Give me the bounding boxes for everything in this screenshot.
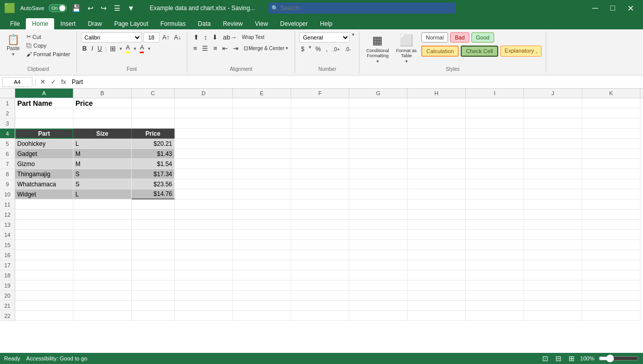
cell-g18[interactable] xyxy=(349,270,408,280)
zoom-slider[interactable] xyxy=(598,354,639,362)
cell-i15[interactable] xyxy=(466,240,524,250)
cell-h6[interactable] xyxy=(408,149,466,159)
cell-j2[interactable] xyxy=(524,108,582,118)
cell-h10[interactable] xyxy=(408,189,466,199)
cell-k19[interactable] xyxy=(582,280,640,291)
comma-button[interactable]: , xyxy=(325,45,329,53)
col-header-g[interactable]: G xyxy=(349,89,408,98)
tab-draw[interactable]: Draw xyxy=(82,18,108,29)
cell-e15[interactable] xyxy=(233,240,291,250)
cell-e8[interactable] xyxy=(233,169,291,179)
tab-review[interactable]: Review xyxy=(217,18,249,29)
copy-button[interactable]: ⿻ Copy xyxy=(24,42,72,50)
cell-c21[interactable] xyxy=(132,301,175,311)
cell-c19[interactable] xyxy=(132,280,175,291)
cell-c13[interactable] xyxy=(132,220,175,230)
align-center-button[interactable]: ☰ xyxy=(200,44,210,53)
cell-h21[interactable] xyxy=(408,301,466,311)
cell-e9[interactable] xyxy=(233,179,291,189)
col-header-i[interactable]: I xyxy=(466,89,524,98)
cell-k11[interactable] xyxy=(582,199,640,210)
save-icon[interactable]: 💾 xyxy=(70,3,83,13)
cell-g9[interactable] xyxy=(349,179,408,189)
cell-a1[interactable]: Part Name xyxy=(15,98,73,108)
cell-f7[interactable] xyxy=(291,159,349,169)
cell-j22[interactable] xyxy=(524,311,582,321)
cell-k22[interactable] xyxy=(582,311,640,321)
cell-g10[interactable] xyxy=(349,189,408,199)
cell-g16[interactable] xyxy=(349,250,408,260)
cell-c11[interactable] xyxy=(132,199,175,210)
cell-h12[interactable] xyxy=(408,210,466,220)
align-left-button[interactable]: ≡ xyxy=(191,44,199,53)
cell-j11[interactable] xyxy=(524,199,582,210)
cell-a11[interactable] xyxy=(15,199,73,210)
style-check-cell-button[interactable]: Check Cell xyxy=(461,46,498,57)
maximize-button[interactable]: □ xyxy=(605,4,620,13)
cell-a7[interactable]: Gizmo xyxy=(15,159,73,169)
cell-e20[interactable] xyxy=(233,291,291,301)
cell-d21[interactable] xyxy=(175,301,233,311)
col-header-c[interactable]: C xyxy=(132,89,175,98)
cell-j15[interactable] xyxy=(524,240,582,250)
cell-g11[interactable] xyxy=(349,199,408,210)
cell-d6[interactable] xyxy=(175,149,233,159)
cell-k3[interactable] xyxy=(582,118,640,129)
view-break-button[interactable]: ⊞ xyxy=(567,354,576,362)
cell-g8[interactable] xyxy=(349,169,408,179)
cell-i17[interactable] xyxy=(466,260,524,270)
wrap-text-button[interactable]: Wrap Text xyxy=(240,32,267,42)
cell-d5[interactable] xyxy=(175,139,233,149)
cell-a4[interactable]: Part xyxy=(15,129,73,139)
cell-j20[interactable] xyxy=(524,291,582,301)
cell-b11[interactable] xyxy=(73,199,132,210)
cell-k9[interactable] xyxy=(582,179,640,189)
cell-f19[interactable] xyxy=(291,280,349,291)
cell-d1[interactable] xyxy=(175,98,233,108)
cell-b3[interactable] xyxy=(73,118,132,129)
cell-i18[interactable] xyxy=(466,270,524,280)
cell-d7[interactable] xyxy=(175,159,233,169)
cell-k13[interactable] xyxy=(582,220,640,230)
cell-k20[interactable] xyxy=(582,291,640,301)
text-orientation-button[interactable]: ab→ xyxy=(221,32,238,42)
cell-f15[interactable] xyxy=(291,240,349,250)
cancel-formula-button[interactable]: ✕ xyxy=(38,77,47,86)
italic-button[interactable]: I xyxy=(90,45,94,53)
increase-font-button[interactable]: A↑ xyxy=(161,33,171,42)
cell-i4[interactable] xyxy=(466,129,524,139)
cell-f22[interactable] xyxy=(291,311,349,321)
cell-k8[interactable] xyxy=(582,169,640,179)
cell-e13[interactable] xyxy=(233,220,291,230)
tab-file[interactable]: File xyxy=(4,18,26,29)
cell-a3[interactable] xyxy=(15,118,73,129)
align-top-button[interactable]: ⬆ xyxy=(191,32,201,42)
view-normal-button[interactable]: ⊡ xyxy=(541,354,550,362)
cell-d15[interactable] xyxy=(175,240,233,250)
cell-g2[interactable] xyxy=(349,108,408,118)
conditional-formatting-button[interactable]: ▦ ConditionalFormatting ▼ xyxy=(364,32,391,65)
cell-h9[interactable] xyxy=(408,179,466,189)
cell-h15[interactable] xyxy=(408,240,466,250)
cell-c1[interactable] xyxy=(132,98,175,108)
cell-e5[interactable] xyxy=(233,139,291,149)
cell-i16[interactable] xyxy=(466,250,524,260)
cell-c7[interactable]: $1.54 xyxy=(132,159,175,169)
cell-d9[interactable] xyxy=(175,179,233,189)
cell-h16[interactable] xyxy=(408,250,466,260)
cell-a14[interactable] xyxy=(15,230,73,240)
cell-h11[interactable] xyxy=(408,199,466,210)
cell-a17[interactable] xyxy=(15,260,73,270)
cell-d13[interactable] xyxy=(175,220,233,230)
cell-b6[interactable]: M xyxy=(73,149,132,159)
cell-j9[interactable] xyxy=(524,179,582,189)
cell-a13[interactable] xyxy=(15,220,73,230)
cell-i14[interactable] xyxy=(466,230,524,240)
cell-a20[interactable] xyxy=(15,291,73,301)
cell-g5[interactable] xyxy=(349,139,408,149)
tab-formulas[interactable]: Formulas xyxy=(154,18,192,29)
cell-f11[interactable] xyxy=(291,199,349,210)
cell-a21[interactable] xyxy=(15,301,73,311)
cell-f8[interactable] xyxy=(291,169,349,179)
cell-j17[interactable] xyxy=(524,260,582,270)
